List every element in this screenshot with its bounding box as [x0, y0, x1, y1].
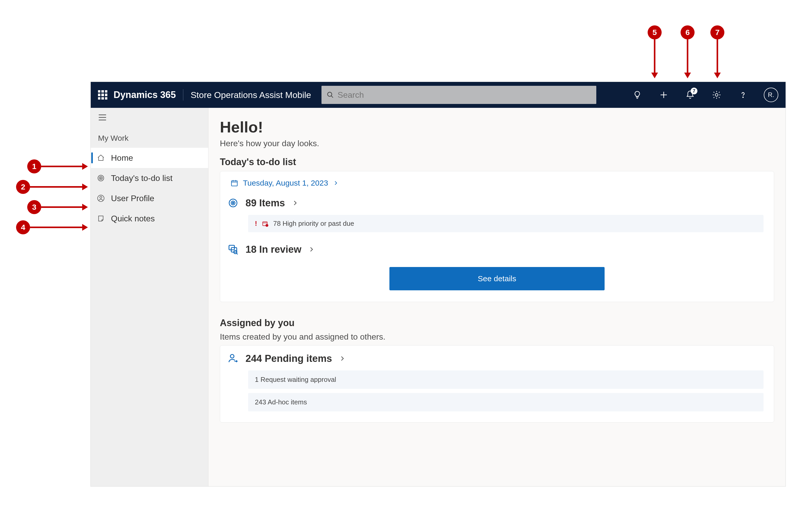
annotation-3: 3	[27, 200, 41, 214]
settings-icon[interactable]	[711, 89, 722, 101]
priority-alert-text: 78 High priority or past due	[273, 220, 354, 228]
sidebar-item-todo[interactable]: Today's to-do list	[91, 168, 208, 188]
svg-line-1	[331, 96, 333, 98]
notification-badge: 7	[691, 88, 698, 94]
search-input-wrapper[interactable]	[321, 86, 596, 104]
todo-items-count: 89 Items	[246, 197, 285, 209]
svg-rect-14	[232, 181, 238, 186]
in-review-count: 18 In review	[246, 244, 301, 255]
todo-section-title: Today's to-do list	[220, 157, 774, 167]
pending-items-row[interactable]: 244 Pending items	[220, 346, 774, 369]
person-assign-icon	[227, 353, 239, 364]
avatar[interactable]: R.	[764, 88, 778, 102]
main-content: Hello! Here's how your day looks. Today'…	[209, 108, 786, 486]
svg-point-4	[715, 94, 718, 96]
notifications-icon[interactable]: 7	[684, 89, 696, 101]
annotation-7: 7	[710, 25, 724, 39]
sidebar-item-label: Home	[111, 153, 133, 163]
todo-items-row[interactable]: 89 Items	[220, 193, 774, 213]
sidebar-item-home[interactable]: Home	[91, 148, 208, 168]
chevron-right-icon	[333, 180, 339, 186]
avatar-initials: R.	[768, 91, 774, 98]
bullseye-icon	[227, 197, 239, 209]
pending-items-count: 244 Pending items	[246, 353, 332, 364]
assigned-section-title: Assigned by you	[220, 318, 774, 328]
help-icon[interactable]	[737, 89, 749, 101]
svg-point-20	[232, 202, 234, 203]
svg-line-27	[236, 253, 238, 254]
svg-point-23	[265, 224, 268, 227]
annotation-1: 1	[27, 159, 41, 173]
target-icon	[96, 174, 105, 182]
search-icon	[327, 91, 334, 98]
adhoc-bar: 243 Ad-hoc items	[248, 393, 763, 411]
annotation-6: 6	[680, 25, 695, 39]
sidebar-toggle[interactable]	[91, 108, 208, 123]
approval-bar: 1 Request waiting approval	[248, 370, 763, 389]
brand-title: Dynamics 365	[113, 89, 183, 100]
approval-text: 1 Request waiting approval	[255, 375, 336, 384]
svg-point-11	[100, 178, 101, 179]
assigned-card: 244 Pending items 1 Request waiting appr…	[220, 345, 774, 423]
note-icon	[96, 214, 105, 223]
chevron-right-icon	[308, 246, 315, 253]
in-review-row[interactable]: 18 In review	[220, 238, 774, 260]
todo-card: Tuesday, August 1, 2023 89 Items	[220, 171, 774, 302]
todo-date: Tuesday, August 1, 2023	[243, 179, 328, 187]
lightbulb-icon[interactable]	[632, 89, 643, 101]
sidebar-item-label: Quick notes	[111, 214, 155, 224]
priority-alert-bar: ! 78 High priority or past due	[248, 215, 763, 232]
todo-date-row[interactable]: Tuesday, August 1, 2023	[220, 171, 774, 193]
header-actions: 7 R.	[632, 88, 778, 102]
page-subgreeting: Here's how your day looks.	[220, 139, 774, 148]
app-launcher-icon[interactable]	[98, 90, 107, 99]
svg-point-5	[743, 97, 743, 97]
sidebar-item-notes[interactable]: Quick notes	[91, 208, 208, 229]
svg-point-13	[100, 196, 102, 198]
header-bar: Dynamics 365 Store Operations Assist Mob…	[91, 82, 786, 108]
see-details-button[interactable]: See details	[389, 267, 604, 290]
home-icon	[96, 154, 105, 162]
svg-point-0	[328, 92, 332, 96]
app-frame: Dynamics 365 Store Operations Assist Mob…	[91, 82, 786, 486]
add-icon[interactable]	[658, 89, 669, 101]
annotation-5: 5	[648, 25, 662, 39]
page-greeting: Hello!	[220, 118, 774, 136]
assigned-section-subtitle: Items created by you and assigned to oth…	[220, 332, 774, 342]
sidebar: My Work Home Today's to-do list	[91, 108, 209, 486]
sidebar-section-title: My Work	[91, 123, 208, 148]
app-name: Store Operations Assist Mobile	[183, 90, 321, 100]
sidebar-item-label: User Profile	[111, 194, 154, 203]
svg-point-28	[231, 354, 234, 358]
review-icon	[227, 244, 239, 255]
annotation-2: 2	[16, 180, 30, 194]
user-icon	[96, 194, 105, 203]
chevron-right-icon	[292, 199, 299, 206]
sidebar-item-label: Today's to-do list	[111, 173, 172, 183]
calendar-alert-icon	[262, 220, 268, 227]
calendar-icon	[231, 179, 238, 187]
alert-icon: !	[255, 220, 257, 228]
annotation-4: 4	[16, 220, 30, 234]
chevron-right-icon	[339, 355, 346, 362]
sidebar-item-profile[interactable]: User Profile	[91, 188, 208, 208]
adhoc-text: 243 Ad-hoc items	[255, 398, 307, 406]
search-input[interactable]	[338, 90, 591, 100]
